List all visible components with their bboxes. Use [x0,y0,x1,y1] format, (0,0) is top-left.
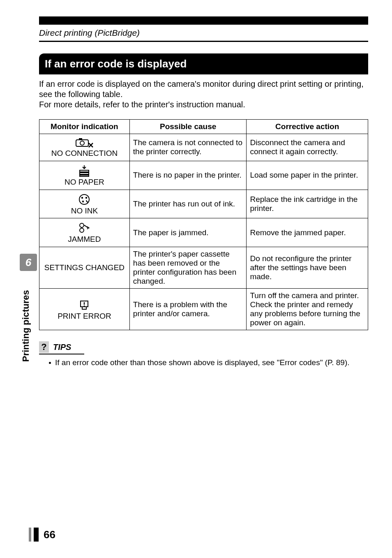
cause-cell: There is no paper in the printer. [129,161,247,190]
chapter-side-label: Printing pictures [21,290,31,362]
svg-point-9 [82,200,84,202]
page-number: 66 [44,528,55,541]
svg-point-7 [81,197,83,198]
action-cell: Turn off the camera and printer. Check t… [247,289,368,330]
monitor-text: SETTINGS CHANGED [44,263,125,272]
cause-cell: The paper is jammed. [129,218,247,247]
tips-label-text: TIPS [53,343,71,352]
page-accent-black [34,528,39,542]
page-title-banner: If an error code is displayed [39,53,368,74]
jammed-icon [43,222,126,234]
section-header: Direct printing (PictBridge) [39,28,140,38]
print-error-icon [43,299,126,311]
table-row: NO CONNECTION The camera is not connecte… [39,134,368,161]
camera-x-icon [43,137,126,148]
monitor-cell: SETTINGS CHANGED [39,247,130,289]
svg-point-6 [79,194,89,204]
th-cause: Possible cause [129,120,247,134]
table-row: SETTINGS CHANGED The printer's paper cas… [39,247,368,289]
th-monitor: Monitor indication [39,120,130,134]
monitor-text: NO INK [71,206,98,215]
table-row: NO INK The printer has run out of ink. R… [39,190,368,218]
cause-cell: The camera is not connected to the print… [129,134,247,161]
svg-point-1 [80,141,84,145]
th-action: Corrective action [247,120,368,134]
intro-line-2: For more details, refer to the printer's… [39,100,245,109]
bullet-dot [49,362,51,364]
table-row: PRINT ERROR There is a problem with the … [39,289,368,330]
intro-line-1: If an error code is displayed on the cam… [39,79,364,99]
header-black-bar [39,16,368,25]
action-cell: Remove the jammed paper. [247,218,368,247]
monitor-cell: NO CONNECTION [39,134,130,161]
table-row: JAMMED The paper is jammed. Remove the j… [39,218,368,247]
action-cell: Replace the ink cartridge in the printer… [247,190,368,218]
no-ink-icon [43,193,126,206]
no-paper-icon [43,164,126,177]
tips-bullet-item: If an error code other than those shown … [49,358,368,368]
svg-point-8 [85,197,87,198]
cause-cell: The printer has run out of ink. [129,190,247,218]
tips-underline [39,354,84,354]
monitor-cell: NO PAPER [39,161,130,190]
intro-paragraph: If an error code is displayed on the cam… [39,79,368,110]
monitor-text: NO PAPER [65,178,104,186]
svg-rect-3 [80,170,89,172]
page-number-band: 66 [29,528,55,542]
monitor-text: NO CONNECTION [51,149,118,157]
svg-point-10 [80,223,84,227]
svg-rect-4 [80,173,89,174]
action-cell: Do not reconfigure the printer after the… [247,247,368,289]
table-header-row: Monitor indication Possible cause Correc… [39,120,368,134]
monitor-cell: PRINT ERROR [39,289,130,330]
monitor-cell: NO INK [39,190,130,218]
table-row: NO PAPER There is no paper in the printe… [39,161,368,190]
error-codes-table: Monitor indication Possible cause Correc… [39,119,368,330]
page-accent-grey [29,528,31,542]
cause-cell: The printer's paper cassette has been re… [129,247,247,289]
monitor-cell: JAMMED [39,218,130,247]
tips-section: ? TIPS If an error code other than those… [39,341,368,368]
header-rule [39,41,368,42]
question-mark-icon: ? [39,341,49,353]
svg-rect-13 [82,307,86,309]
action-cell: Disconnect the camera and connect it aga… [247,134,368,161]
svg-point-11 [80,228,84,232]
monitor-text: PRINT ERROR [58,312,111,320]
cause-cell: There is a problem with the printer and/… [129,289,247,330]
tips-heading: ? TIPS [39,341,71,353]
monitor-text: JAMMED [68,235,101,243]
chapter-tab: 6 [20,254,37,271]
svg-rect-5 [80,175,89,176]
svg-rect-2 [79,138,82,140]
action-cell: Load some paper in the printer. [247,161,368,190]
svg-point-15 [84,305,85,306]
tips-bullet-text: If an error code other than those shown … [55,358,350,367]
